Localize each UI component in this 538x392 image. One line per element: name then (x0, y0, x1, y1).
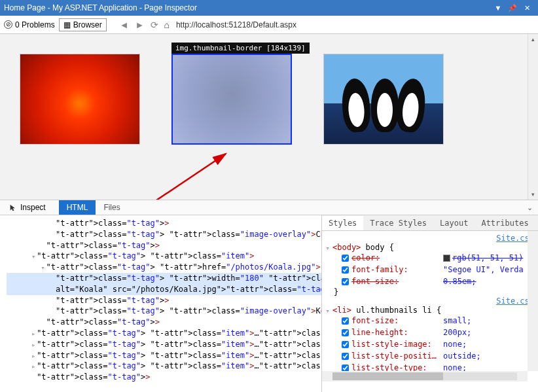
selection-tooltip: img.thumbnail-border [184x139] (171, 43, 310, 54)
thumbnail-koala-selected[interactable]: img.thumbnail-border [184x139] (171, 54, 292, 145)
html-tree-panel[interactable]: "t-attr">class="t-tag">> "t-attr">class=… (0, 215, 322, 392)
expand-toggle[interactable]: ▹ (30, 352, 37, 361)
code-line[interactable]: "t-attr">class="t-tag"> "t-attr">class="… (7, 229, 321, 240)
home-icon[interactable]: ⌂ (164, 20, 169, 30)
scroll-down-icon[interactable]: ▾ (528, 189, 538, 200)
code-line[interactable]: ▿"t-attr">class="t-tag"> "t-attr">href="… (7, 262, 321, 273)
expand-toggle[interactable]: ▹ (30, 363, 37, 371)
tab-files[interactable]: Files (96, 200, 128, 215)
browser-mode-button[interactable]: ▦ Browser (59, 18, 107, 31)
code-line[interactable]: "t-attr">class="t-tag">> (7, 295, 321, 306)
styles-body[interactable]: Site.css▿<body> body {color:rgb(51, 51, … (322, 231, 538, 382)
browser-label: Browser (73, 20, 102, 29)
thumbnail-chrysanthemum[interactable] (20, 54, 140, 145)
cursor-icon (9, 204, 18, 212)
css-property[interactable]: list-style-image:none; (326, 338, 534, 350)
problems-indicator[interactable]: ⊘ 0 Problems (4, 20, 55, 29)
toolbar: ⊘ 0 Problems ▦ Browser ◄ ► ⟳ ⌂ http://lo… (0, 16, 538, 34)
inspector-tabs: Inspect HTML Files ⌄ (0, 200, 538, 215)
css-property[interactable]: font-size:0.85em; (326, 276, 534, 287)
tab-attributes[interactable]: Attributes (475, 216, 535, 230)
expand-toggle[interactable]: ▹ (30, 341, 37, 349)
property-toggle[interactable] (342, 317, 349, 325)
css-property[interactable]: list-style-positi…outside; (326, 350, 534, 362)
property-toggle[interactable] (342, 353, 349, 360)
thumbnail-penguins[interactable] (323, 54, 444, 145)
css-property[interactable]: line-height:200px; (326, 327, 534, 338)
css-selector[interactable]: ▿<li> ul.thumbnails li { (326, 306, 534, 315)
selection-overlay (173, 55, 291, 143)
css-selector[interactable]: ▿<body> body { (326, 243, 534, 252)
preview-scroll-vertical[interactable]: ▴ ▾ (528, 34, 538, 200)
expand-toggle[interactable]: ▹ (30, 330, 37, 338)
property-toggle[interactable] (342, 255, 349, 262)
property-toggle[interactable] (342, 365, 349, 372)
code-line[interactable]: ▹"t-attr">class="t-tag"> "t-attr">class=… (7, 339, 321, 350)
title-bar: Home Page - My ASP.NET Application - Pag… (0, 0, 538, 16)
nav-back-icon[interactable]: ◄ (118, 20, 130, 30)
close-icon[interactable]: ✕ (520, 4, 534, 12)
chevron-down-icon[interactable]: ⌄ (527, 204, 533, 212)
tab-trace-styles[interactable]: Trace Styles (363, 216, 433, 230)
tab-styles[interactable]: Styles (322, 216, 363, 230)
tab-html[interactable]: HTML (59, 200, 96, 215)
code-line[interactable]: ▹"t-attr">class="t-tag"> "t-attr">class=… (7, 328, 321, 339)
problems-label: 0 Problems (15, 20, 55, 29)
window-title: Home Page - My ASP.NET Application - Pag… (4, 3, 491, 12)
styles-scroll-vertical[interactable] (528, 231, 538, 371)
browser-preview: img.thumbnail-border [184x139] ▴ ▾ (0, 34, 538, 200)
code-line[interactable]: "t-attr">class="t-tag"> "t-attr">width="… (7, 273, 321, 284)
property-toggle[interactable] (342, 329, 349, 336)
code-line[interactable]: ▹"t-attr">class="t-tag"> "t-attr">class=… (7, 350, 321, 361)
browser-icon: ▦ (63, 20, 71, 29)
scroll-up-icon[interactable]: ▴ (528, 34, 538, 45)
css-property[interactable]: font-size:small; (326, 315, 534, 327)
property-toggle[interactable] (342, 278, 349, 285)
code-line[interactable]: ▿"t-attr">class="t-tag"> "t-attr">class=… (7, 251, 321, 262)
styles-panel: Styles Trace Styles Layout Attributes Si… (322, 215, 538, 392)
code-line[interactable]: ▹"t-attr">class="t-tag"> "t-attr">class=… (7, 361, 321, 372)
code-line[interactable]: "t-attr">class="t-tag">> (7, 240, 321, 251)
property-toggle[interactable] (342, 341, 349, 348)
css-property[interactable]: color:rgb(51, 51, 51) (326, 252, 534, 264)
code-line[interactable]: "t-attr">class="t-tag"> "t-attr">class="… (7, 306, 321, 317)
inspector-panels: "t-attr">class="t-tag">> "t-attr">class=… (0, 215, 538, 392)
code-line[interactable]: "t-attr">class="t-tag">> (7, 218, 321, 229)
code-line[interactable]: "t-attr">class="t-tag">> (7, 372, 321, 383)
css-property[interactable]: font-family:"Segoe UI", Verda (326, 264, 534, 276)
property-toggle[interactable] (342, 266, 349, 274)
rule-close: } (326, 287, 534, 296)
inspect-mode[interactable]: Inspect (4, 203, 51, 212)
expand-toggle[interactable]: ▿ (40, 264, 46, 272)
tab-layout[interactable]: Layout (433, 216, 475, 230)
inspect-label: Inspect (20, 203, 46, 212)
address-url: http://localhost:51218/Default.aspx (173, 20, 296, 29)
code-line[interactable]: "t-attr">class="t-tag">> (7, 317, 321, 328)
problems-icon: ⊘ (4, 20, 12, 29)
refresh-icon[interactable]: ⟳ (149, 20, 160, 30)
code-line[interactable]: alt="Koala" src="/photos/Koala.jpg">"t-a… (7, 284, 321, 295)
styles-tabs: Styles Trace Styles Layout Attributes (322, 215, 538, 231)
pin-icon[interactable]: 📌 (505, 4, 520, 12)
styles-scroll-horizontal[interactable] (322, 371, 528, 382)
expand-toggle[interactable]: ▿ (30, 253, 37, 261)
dropdown-icon[interactable]: ▼ (491, 4, 505, 12)
nav-forward-icon[interactable]: ► (134, 20, 146, 30)
